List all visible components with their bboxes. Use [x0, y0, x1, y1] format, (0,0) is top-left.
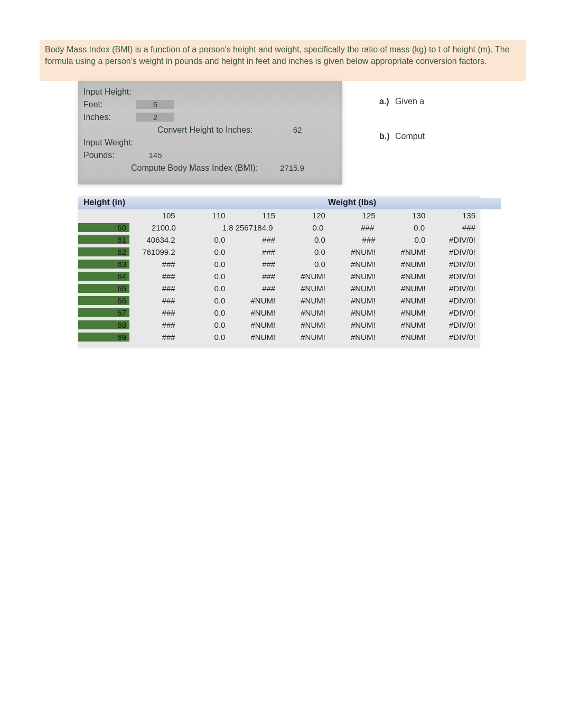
input-panel: Input Height: Feet: 5 Inches: 2 Convert …: [78, 81, 342, 185]
table-row: 68###0.0#NUM!#NUM!#NUM!#NUM!#DIV/0!: [78, 319, 480, 331]
data-cell: ###: [129, 284, 180, 293]
pounds-label: Pounds:: [83, 151, 136, 160]
height-cell: 60: [78, 223, 129, 232]
data-cell: 0.0: [279, 247, 330, 256]
inches-label: Inches:: [83, 113, 136, 122]
data-cell: ###: [429, 223, 480, 232]
data-cell: #DIV/0!: [429, 272, 480, 281]
table-row: 69###0.0#NUM!#NUM!#NUM!#NUM!#DIV/0!: [78, 331, 480, 343]
data-cell: #DIV/0!: [429, 296, 480, 305]
data-cell: ###: [129, 272, 180, 281]
data-cell: #DIV/0!: [429, 320, 480, 329]
data-cell: ###: [129, 308, 180, 317]
data-cell: #DIV/0!: [429, 247, 480, 256]
data-cell: #DIV/0!: [429, 333, 480, 342]
bmi-value: 2715.9: [274, 163, 311, 172]
data-cell: #NUM!: [279, 272, 330, 281]
intro-text: Body Mass Index (BMI) is a function of a…: [45, 44, 520, 68]
col-header: 110: [180, 211, 230, 220]
data-cell: 0.0: [279, 235, 330, 244]
col-header: 105: [129, 211, 180, 220]
table-row: 65###0.0####NUM!#NUM!#NUM!#DIV/0!: [78, 282, 480, 294]
inches-input[interactable]: 2: [136, 113, 174, 122]
data-cell: 0.0: [378, 223, 429, 232]
table-row: 64###0.0####NUM!#NUM!#NUM!#DIV/0!: [78, 270, 480, 282]
data-cell: #NUM!: [229, 296, 279, 305]
data-cell: #NUM!: [330, 272, 380, 281]
data-cell: 0.0: [180, 247, 230, 256]
data-cell: 0.0: [180, 296, 230, 305]
data-cell: #NUM!: [380, 320, 430, 329]
data-cell: #NUM!: [279, 320, 330, 329]
data-cell: #DIV/0!: [429, 308, 480, 317]
data-cell: ###: [229, 284, 279, 293]
data-cell: 0.0: [180, 272, 230, 281]
height-cell: 62: [78, 247, 129, 256]
data-cell: 0.0: [180, 260, 230, 269]
data-cell: #NUM!: [330, 333, 380, 342]
height-cell: 66: [78, 296, 129, 305]
data-cell: #DIV/0!: [429, 260, 480, 269]
data-cell: ###: [328, 223, 378, 232]
data-cell: 40634.2: [129, 235, 180, 244]
data-cell: ###: [330, 235, 380, 244]
table-row: 66###0.0#NUM!#NUM!#NUM!#NUM!#DIV/0!: [78, 294, 480, 307]
intro-box: Body Mass Index (BMI) is a function of a…: [40, 40, 526, 81]
convert-height-label: Convert Height to Inches:: [157, 125, 279, 135]
data-cell: #NUM!: [229, 320, 279, 329]
height-header: Height (in): [78, 198, 129, 207]
data-cell: #NUM!: [229, 308, 279, 317]
data-cell: #NUM!: [380, 247, 430, 256]
input-weight-label: Input Weight:: [83, 138, 136, 148]
col-header: 125: [330, 211, 380, 220]
data-cell: ###: [229, 247, 279, 256]
col-header: 115: [229, 211, 279, 220]
data-cell: #NUM!: [330, 284, 380, 293]
height-cell: 63: [78, 260, 129, 269]
data-cell: 0.0: [277, 223, 328, 232]
feet-input[interactable]: 5: [136, 100, 174, 109]
data-cell: ###: [229, 235, 279, 244]
data-cell: #NUM!: [380, 308, 430, 317]
data-cell: ###: [229, 260, 279, 269]
data-cell: #DIV/0!: [429, 235, 480, 244]
data-cell: #NUM!: [330, 320, 380, 329]
data-cell: 0.0: [380, 235, 430, 244]
weight-header: Weight (lbs): [129, 198, 480, 207]
col-header: 130: [380, 211, 430, 220]
data-cell: #NUM!: [380, 333, 430, 342]
data-cell: ###: [129, 320, 180, 329]
data-cell: ###: [129, 260, 180, 269]
data-cell: #NUM!: [330, 247, 380, 256]
input-height-label: Input Height:: [83, 87, 136, 97]
data-cell: #NUM!: [330, 296, 380, 305]
item-b-text: Comput: [395, 132, 425, 141]
data-cell: #NUM!: [380, 284, 430, 293]
column-header-row: 105110115120125130135: [78, 209, 480, 222]
height-cell: 67: [78, 308, 129, 317]
height-cell: 64: [78, 272, 129, 281]
table-row: 6140634.20.0###0.0###0.0#DIV/0!: [78, 234, 480, 246]
side-panel: a.) Given a b.) Comput: [379, 97, 451, 185]
feet-label: Feet:: [83, 100, 136, 109]
table-row: 62761099.20.0###0.0#NUM!#NUM!#DIV/0!: [78, 246, 480, 258]
data-cell: 0.0: [279, 260, 330, 269]
data-cell: #NUM!: [279, 308, 330, 317]
col-header: 135: [429, 211, 480, 220]
height-cell: 65: [78, 284, 129, 293]
data-cell: 761099.2: [129, 247, 180, 256]
data-cell: #DIV/0!: [429, 284, 480, 293]
item-a-text: Given a: [395, 97, 424, 106]
col-header: 120: [279, 211, 330, 220]
table-row: 63###0.0###0.0#NUM!#NUM!#DIV/0!: [78, 258, 480, 270]
data-cell: 2100.0: [129, 223, 180, 232]
data-cell: 0.0: [180, 333, 230, 342]
data-cell: 0.0: [180, 320, 230, 329]
data-cell: #NUM!: [279, 333, 330, 342]
data-cell: 0.0: [180, 308, 230, 317]
data-cell: #NUM!: [330, 308, 380, 317]
data-cell: #NUM!: [279, 284, 330, 293]
bmi-label: Compute Body Mass Index (BMI):: [131, 163, 274, 173]
pounds-input[interactable]: 145: [136, 151, 174, 160]
data-cell: 0.0: [180, 235, 230, 244]
